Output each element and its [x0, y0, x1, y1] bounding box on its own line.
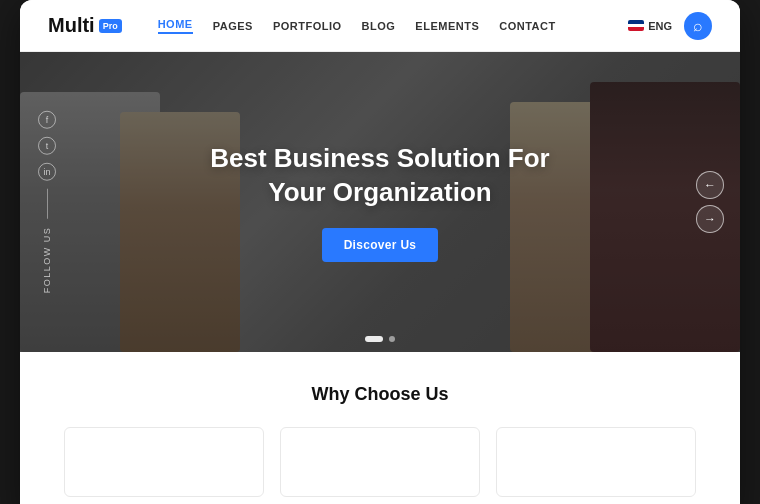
dot-2[interactable] — [389, 336, 395, 342]
why-card-2 — [280, 427, 480, 497]
nav-blog[interactable]: BLOG — [362, 20, 396, 32]
nav-elements[interactable]: ELEMENTS — [415, 20, 479, 32]
discover-button[interactable]: Discover Us — [322, 228, 439, 262]
logo-badge: Pro — [99, 19, 122, 33]
hero-title: Best Business Solution For Your Organiza… — [210, 142, 550, 210]
why-section: Why Choose Us — [20, 352, 740, 504]
nav-contact[interactable]: CONTACT — [499, 20, 555, 32]
why-title: Why Choose Us — [60, 384, 700, 405]
why-card-3 — [496, 427, 696, 497]
logo: Multi Pro — [48, 14, 122, 37]
nav-portfolio[interactable]: PORTFOLIO — [273, 20, 342, 32]
dot-1[interactable] — [365, 336, 383, 342]
prev-arrow[interactable]: ← — [696, 171, 724, 199]
why-card-1 — [64, 427, 264, 497]
lang-selector[interactable]: ENG — [628, 20, 672, 32]
hero-dots — [365, 336, 395, 342]
hero-title-line2: Your Organization — [268, 177, 491, 207]
logo-text: Multi — [48, 14, 95, 37]
lang-label: ENG — [648, 20, 672, 32]
nav-right: ENG — [628, 12, 712, 40]
nav-pages[interactable]: PAGES — [213, 20, 253, 32]
arrow-navigation: ← → — [696, 171, 724, 233]
search-button[interactable] — [684, 12, 712, 40]
hero-content: Best Business Solution For Your Organiza… — [20, 52, 740, 352]
flag-icon — [628, 20, 644, 31]
next-arrow[interactable]: → — [696, 205, 724, 233]
hero-section: f t in Follow Us Best Business Solution … — [20, 52, 740, 352]
nav-links: HOME PAGES PORTFOLIO BLOG ELEMENTS CONTA… — [158, 18, 628, 34]
nav-home[interactable]: HOME — [158, 18, 193, 34]
browser-window: Multi Pro HOME PAGES PORTFOLIO BLOG ELEM… — [20, 0, 740, 504]
navbar: Multi Pro HOME PAGES PORTFOLIO BLOG ELEM… — [20, 0, 740, 52]
hero-title-line1: Best Business Solution For — [210, 143, 550, 173]
cards-row — [60, 427, 700, 497]
